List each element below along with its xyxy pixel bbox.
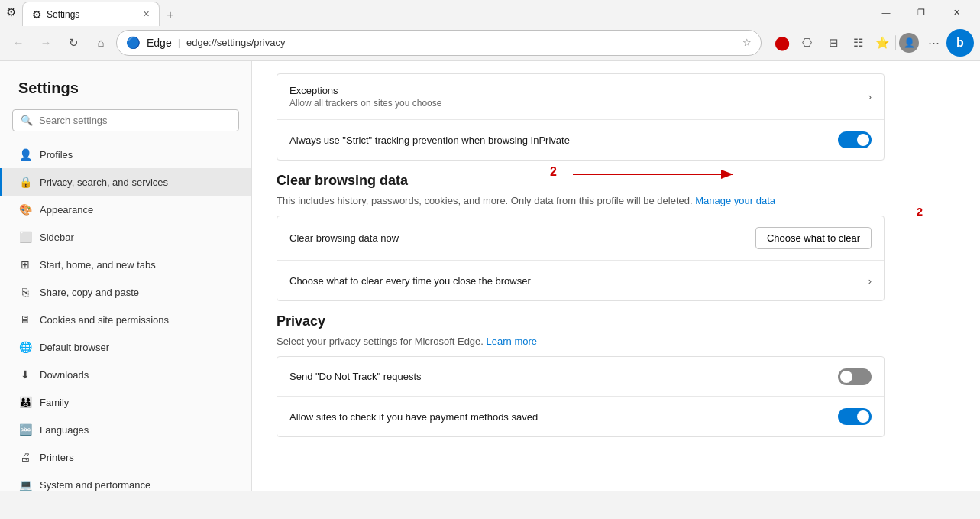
new-tab-button[interactable]: + (160, 5, 181, 26)
menu-button[interactable]: ⋯ (922, 31, 945, 54)
close-button[interactable]: ✕ (939, 0, 974, 24)
privacy-card: Send "Do Not Track" requests Allow sites… (277, 356, 885, 437)
sidebar-nav: 👤 Profiles 🔒 Privacy, search, and servic… (0, 141, 251, 491)
annotation-2: 2 (917, 205, 923, 218)
maximize-button[interactable]: ❐ (904, 0, 939, 24)
sidebar-item-share[interactable]: ⎘ Share, copy and paste (0, 278, 251, 306)
search-icon: 🔍 (21, 115, 33, 126)
dnt-toggle[interactable] (838, 368, 872, 385)
exceptions-row[interactable]: Exceptions Allow all trackers on sites y… (277, 74, 884, 120)
clear-desc-text: This includes history, passwords, cookie… (277, 195, 693, 206)
clear-now-label: Clear browsing data now (289, 232, 755, 244)
split-view-button[interactable]: ⊟ (822, 31, 845, 54)
privacy-title: Privacy (277, 313, 885, 329)
back-button[interactable]: ← (6, 31, 31, 55)
privacy-desc: Select your privacy settings for Microso… (277, 336, 885, 347)
divider-1 (820, 35, 820, 50)
edge-label: Edge (147, 37, 172, 49)
sidebar-label-start-home: Start, home, and new tabs (40, 259, 156, 271)
payment-toggle[interactable] (838, 408, 872, 425)
sidebar-label-languages: Languages (40, 424, 89, 436)
sidebar-item-privacy[interactable]: 🔒 Privacy, search, and services (0, 168, 251, 196)
search-box[interactable]: 🔍 (12, 109, 239, 131)
sidebar-title: Settings (0, 73, 251, 109)
forward-button[interactable]: → (34, 31, 58, 55)
inprivate-toggle[interactable] (838, 131, 872, 148)
clear-section: Clear browsing data This includes histor… (277, 173, 885, 301)
sidebar-item-languages[interactable]: 🔤 Languages (0, 416, 251, 443)
star-icon[interactable]: ☆ (742, 37, 752, 48)
clear-card: Clear browsing data now Choose what to c… (277, 216, 885, 301)
sidebar-icon-share: ⎘ (18, 285, 32, 299)
address-bar[interactable]: 🔵 Edge | edge://settings/privacy ☆ (116, 30, 762, 56)
bing-button[interactable]: b (946, 29, 974, 57)
learn-more-link[interactable]: Learn more (487, 336, 537, 347)
sidebar-label-default-browser: Default browser (40, 342, 109, 353)
address-divider: | (178, 37, 180, 48)
collections-button[interactable]: ☷ (846, 31, 869, 54)
exceptions-card: Exceptions Allow all trackers on sites y… (277, 73, 885, 161)
navigation-bar: ← → ↻ ⌂ 🔵 Edge | edge://settings/privacy… (0, 24, 980, 61)
sidebar: Settings 🔍 👤 Profiles 🔒 Privacy, search,… (0, 61, 252, 491)
sidebar-item-downloads[interactable]: ⬇ Downloads (0, 361, 251, 388)
browser-icon: ⚙ (6, 5, 16, 19)
sidebar-item-profiles[interactable]: 👤 Profiles (0, 141, 251, 168)
sidebar-label-share: Share, copy and paste (40, 287, 139, 298)
sidebar-item-sidebar[interactable]: ⬜ Sidebar (0, 223, 251, 251)
sidebar-item-default-browser[interactable]: 🌐 Default browser (0, 333, 251, 361)
exceptions-chevron: › (868, 91, 872, 102)
clear-every-time-chevron: › (868, 275, 872, 287)
sidebar-item-appearance[interactable]: 🎨 Appearance (0, 196, 251, 223)
sidebar-icon-profiles: 👤 (18, 148, 32, 161)
window-controls: — ❐ ✕ (868, 0, 974, 24)
address-text: edge://settings/privacy (186, 37, 736, 48)
sidebar-label-appearance: Appearance (40, 204, 93, 216)
tab-label: Settings (47, 9, 79, 20)
favorites-button[interactable]: ⭐ (871, 31, 894, 54)
home-button[interactable]: ⌂ (89, 31, 113, 55)
toolbar-icons: ⬤ ⎔ ⊟ ☷ ⭐ 👤 ⋯ b (771, 29, 974, 57)
sidebar-icon-default-browser: 🌐 (18, 340, 32, 354)
sidebar-label-cookies: Cookies and site permissions (40, 314, 169, 326)
sidebar-label-sidebar: Sidebar (40, 232, 74, 243)
sidebar-item-family[interactable]: 👨‍👩‍👧 Family (0, 388, 251, 416)
sidebar-item-cookies[interactable]: 🖥 Cookies and site permissions (0, 306, 251, 333)
clear-every-time-row[interactable]: Choose what to clear every time you clos… (277, 261, 884, 300)
sidebar-icon-appearance: 🎨 (18, 203, 32, 216)
main-layout: Settings 🔍 👤 Profiles 🔒 Privacy, search,… (0, 61, 980, 491)
sidebar-label-printers: Printers (40, 452, 74, 463)
sidebar-icon-downloads: ⬇ (18, 368, 32, 381)
sidebar-label-downloads: Downloads (40, 369, 89, 381)
tab-close-button[interactable]: ✕ (143, 9, 150, 19)
content-area: Exceptions Allow all trackers on sites y… (252, 61, 980, 491)
manage-data-link[interactable]: Manage your data (695, 195, 775, 206)
minimize-button[interactable]: — (868, 0, 904, 24)
clear-every-time-label: Choose what to clear every time you clos… (289, 275, 868, 287)
profile-button[interactable]: 👤 (898, 31, 920, 54)
sidebar-label-family: Family (40, 397, 69, 408)
sidebar-item-printers[interactable]: 🖨 Printers (0, 443, 251, 471)
extensions-button[interactable]: ⎔ (795, 31, 818, 54)
title-bar: ⚙ ⚙ Settings ✕ + — ❐ ✕ (0, 0, 980, 24)
privacy-desc-text: Select your privacy settings for Microso… (277, 336, 484, 347)
choose-what-to-clear-button[interactable]: Choose what to clear (755, 227, 872, 249)
profile-avatar: 👤 (899, 33, 919, 53)
edge-logo: 🔵 (126, 36, 141, 50)
sidebar-item-system[interactable]: 💻 System and performance (0, 471, 251, 491)
search-wrap: 🔍 (0, 109, 251, 141)
sidebar-icon-cookies: 🖥 (18, 313, 32, 326)
refresh-button[interactable]: ↻ (61, 31, 86, 55)
sidebar-icon-printers: 🖨 (18, 450, 32, 464)
search-input[interactable] (39, 115, 231, 126)
opera-button[interactable]: ⬤ (771, 31, 794, 54)
divider-2 (895, 35, 896, 50)
content-wrapper: Exceptions Allow all trackers on sites y… (252, 61, 980, 462)
sidebar-icon-start-home: ⊞ (18, 258, 32, 271)
sidebar-icon-sidebar: ⬜ (18, 230, 32, 244)
sidebar-icon-languages: 🔤 (18, 423, 32, 436)
inprivate-label: Always use "Strict" tracking prevention … (289, 135, 838, 146)
active-tab[interactable]: ⚙ Settings ✕ (22, 2, 160, 26)
exceptions-sub: Allow all trackers on sites you choose (289, 98, 868, 109)
sidebar-icon-family: 👨‍👩‍👧 (18, 395, 32, 409)
sidebar-item-start-home[interactable]: ⊞ Start, home, and new tabs (0, 251, 251, 278)
